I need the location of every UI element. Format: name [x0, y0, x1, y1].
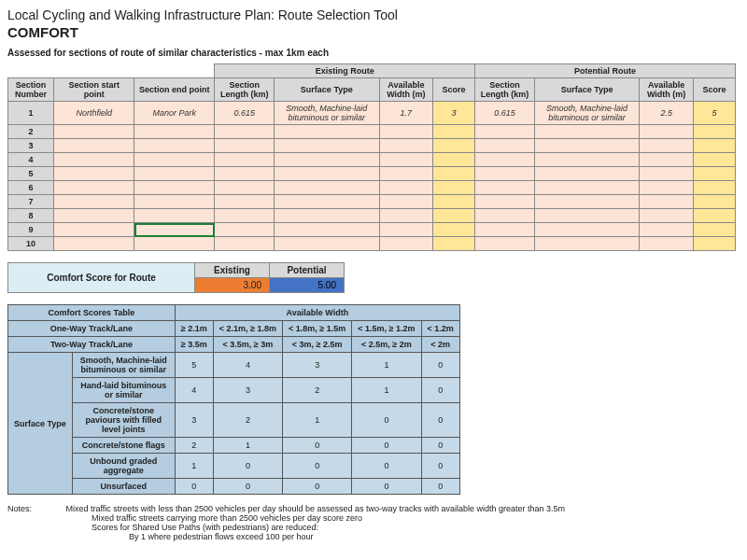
cell-existing-width[interactable] [379, 223, 432, 237]
surface-name: Concrete/stone paviours with filled leve… [72, 403, 175, 438]
cell-start[interactable] [54, 125, 134, 139]
cell-potential-width[interactable] [640, 223, 693, 237]
cell-existing-surface[interactable] [274, 139, 379, 153]
cell-end[interactable] [134, 237, 215, 251]
cell-potential-length[interactable] [475, 153, 535, 167]
cell-existing-width[interactable] [379, 125, 432, 139]
cell-existing-width[interactable] [379, 139, 432, 153]
cell-existing-width[interactable] [379, 181, 432, 195]
cell-existing-width[interactable]: 1.7 [379, 102, 432, 125]
cell-existing-width[interactable] [379, 167, 432, 181]
cell-existing-length[interactable] [215, 125, 275, 139]
cell-potential-score [693, 223, 735, 237]
comfort-score-cell: 0 [213, 479, 282, 495]
cell-existing-surface[interactable] [274, 209, 379, 223]
cell-start[interactable] [54, 195, 134, 209]
cell-existing-length[interactable] [215, 195, 275, 209]
cell-existing-score [433, 153, 475, 167]
page-title: Local Cycling and Walking Infrastructure… [7, 7, 740, 22]
cell-existing-surface[interactable] [274, 125, 379, 139]
cell-potential-surface[interactable] [534, 209, 640, 223]
cell-potential-surface[interactable] [534, 181, 640, 195]
twoway-label: Two-Way Track/Lane [8, 337, 176, 353]
cell-existing-length[interactable] [215, 167, 275, 181]
cell-start[interactable] [54, 223, 134, 237]
cell-potential-surface[interactable] [534, 237, 640, 251]
cell-start[interactable] [54, 209, 134, 223]
surface-name: Unbound graded aggregate [72, 454, 175, 479]
cell-existing-width[interactable] [379, 153, 432, 167]
cell-end[interactable] [134, 223, 215, 237]
cell-existing-length[interactable] [215, 209, 275, 223]
cell-end[interactable] [134, 167, 215, 181]
cell-end[interactable] [134, 195, 215, 209]
comfort-title: Comfort Scores Table [8, 305, 176, 321]
cell-potential-surface[interactable] [534, 223, 640, 237]
cell-start[interactable]: Northfield [54, 102, 134, 125]
col-existing-score: Score [433, 78, 475, 102]
cell-existing-surface[interactable]: Smooth, Machine-laid bituminous or simil… [274, 102, 379, 125]
cell-existing-length[interactable] [215, 237, 275, 251]
cell-existing-length[interactable] [215, 153, 275, 167]
cell-potential-length[interactable] [475, 139, 535, 153]
oneway-w0: ≥ 2.1m [175, 321, 213, 337]
cell-start[interactable] [54, 167, 134, 181]
cell-existing-length[interactable]: 0.615 [215, 102, 275, 125]
cell-potential-width[interactable] [640, 209, 693, 223]
cell-potential-width[interactable] [640, 237, 693, 251]
cell-potential-length[interactable] [475, 209, 535, 223]
cell-existing-surface[interactable] [274, 223, 379, 237]
cell-potential-width[interactable] [640, 125, 693, 139]
oneway-w1: < 2.1m, ≥ 1.8m [213, 321, 282, 337]
cell-potential-surface[interactable] [534, 167, 640, 181]
cell-end[interactable] [134, 125, 215, 139]
col-existing-width: Available Width (m) [379, 78, 432, 102]
note-line: Scores for Shared Use Paths (with pedest… [92, 523, 740, 532]
cell-existing-length[interactable] [215, 181, 275, 195]
cell-potential-width[interactable] [640, 167, 693, 181]
cell-start[interactable] [54, 153, 134, 167]
cell-potential-length[interactable] [475, 237, 535, 251]
cell-potential-length[interactable] [475, 181, 535, 195]
cell-end[interactable] [134, 139, 215, 153]
cell-existing-surface[interactable] [274, 153, 379, 167]
cell-end[interactable] [134, 209, 215, 223]
cell-potential-surface[interactable] [534, 195, 640, 209]
surface-name: Concrete/stone flags [72, 438, 175, 454]
cell-existing-width[interactable] [379, 195, 432, 209]
cell-potential-surface[interactable] [534, 153, 640, 167]
cell-potential-width[interactable] [640, 195, 693, 209]
cell-potential-length[interactable] [475, 195, 535, 209]
cell-existing-width[interactable] [379, 237, 432, 251]
cell-existing-length[interactable] [215, 139, 275, 153]
col-section-number: Section Number [8, 78, 54, 102]
cell-existing-surface[interactable] [274, 195, 379, 209]
cell-existing-surface[interactable] [274, 167, 379, 181]
cell-start[interactable] [54, 139, 134, 153]
cell-end[interactable] [134, 181, 215, 195]
cell-potential-width[interactable] [640, 139, 693, 153]
cell-potential-width[interactable] [640, 181, 693, 195]
cell-existing-surface[interactable] [274, 237, 379, 251]
cell-potential-length[interactable]: 0.615 [475, 102, 535, 125]
surface-name: Unsurfaced [72, 479, 175, 495]
oneway-w4: < 1.2m [421, 321, 459, 337]
route-score-potential-label: Potential [270, 263, 345, 278]
cell-existing-length[interactable] [215, 223, 275, 237]
cell-potential-length[interactable] [475, 125, 535, 139]
cell-end[interactable]: Manor Park [134, 102, 215, 125]
route-score-label: Comfort Score for Route [8, 263, 195, 293]
cell-potential-length[interactable] [475, 223, 535, 237]
cell-potential-surface[interactable] [534, 139, 640, 153]
cell-start[interactable] [54, 181, 134, 195]
cell-existing-surface[interactable] [274, 181, 379, 195]
comfort-score-cell: 0 [421, 353, 459, 378]
cell-start[interactable] [54, 237, 134, 251]
cell-potential-width[interactable]: 2.5 [640, 102, 693, 125]
cell-potential-width[interactable] [640, 153, 693, 167]
cell-potential-surface[interactable]: Smooth, Machine-laid bituminous or simil… [534, 102, 640, 125]
cell-end[interactable] [134, 153, 215, 167]
cell-potential-surface[interactable] [534, 125, 640, 139]
cell-potential-length[interactable] [475, 167, 535, 181]
cell-existing-width[interactable] [379, 209, 432, 223]
